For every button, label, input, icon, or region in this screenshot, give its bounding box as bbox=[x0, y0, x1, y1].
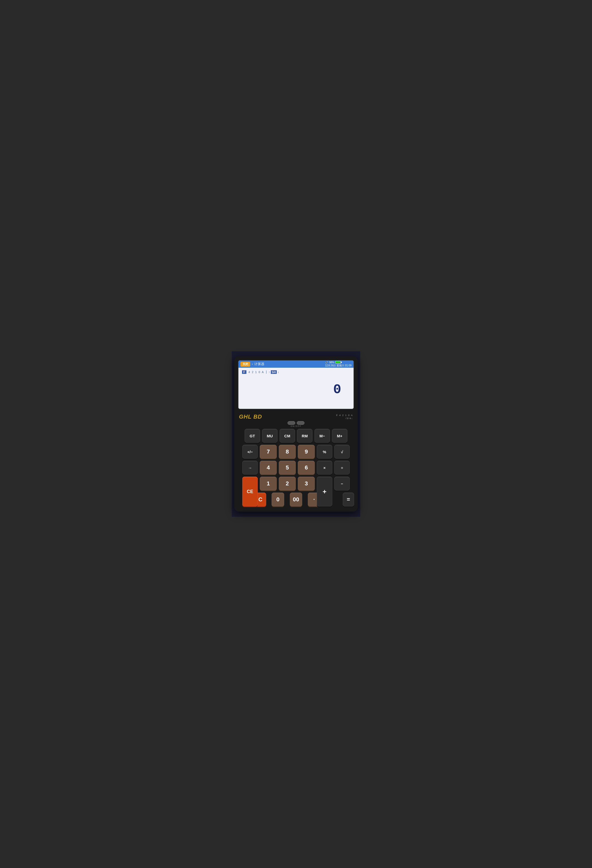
plus-button[interactable]: + bbox=[317, 477, 332, 506]
key-9[interactable]: 9 bbox=[298, 445, 315, 459]
percent-button[interactable]: % bbox=[317, 445, 332, 459]
scene: 关闭 › 计算器 🔊 98% 12月26日 星期六 01:09 bbox=[232, 351, 360, 517]
speaker-icon: 🔊 bbox=[325, 361, 328, 364]
key-7[interactable]: 7 bbox=[260, 445, 277, 459]
switch-left[interactable] bbox=[288, 421, 295, 425]
datetime: 12月26日 星期六 01:09 bbox=[325, 364, 351, 368]
chevron-icon: › bbox=[252, 362, 253, 366]
key-4[interactable]: 4 bbox=[260, 461, 277, 475]
calculator-body: 关闭 › 计算器 🔊 98% 12月26日 星期六 01:09 bbox=[234, 356, 358, 512]
gt-button[interactable]: GT bbox=[245, 429, 260, 443]
m-minus-button[interactable]: M− bbox=[314, 429, 330, 443]
battery-fill bbox=[335, 361, 340, 363]
screen-indicators: F 4 2 1 0 A ↑ 5/4 ↓ bbox=[242, 370, 350, 374]
key-row-3: → 4 5 6 × ÷ bbox=[238, 461, 354, 475]
key-1[interactable]: 1 bbox=[260, 477, 277, 490]
key-row-2: +/− 7 8 9 % √ bbox=[238, 445, 354, 459]
rm-button[interactable]: RM bbox=[297, 429, 313, 443]
app-title: 计算器 bbox=[254, 362, 264, 366]
ce-button[interactable]: CE bbox=[242, 477, 258, 506]
sqrt-button[interactable]: √ bbox=[334, 445, 350, 459]
display-area: 0 bbox=[242, 377, 350, 397]
down-arrow-icon: ↓ bbox=[278, 370, 279, 374]
key-row-1: GT MU CM RM M− M+ bbox=[238, 429, 354, 443]
minus-button[interactable]: − bbox=[334, 477, 350, 490]
keypad: GT MU CM RM M− M+ +/− 7 8 9 % √ → 4 5 bbox=[238, 429, 354, 506]
titlebar-right: 🔊 98% 12月26日 星期六 01:09 bbox=[325, 361, 351, 368]
multiply-button[interactable]: × bbox=[317, 461, 332, 475]
titlebar-left: 关闭 › 计算器 bbox=[241, 362, 264, 367]
brand-label: GHL BD bbox=[239, 413, 262, 420]
mode-row-2: ↑5/4↓ bbox=[345, 417, 353, 419]
m-plus-button[interactable]: M+ bbox=[332, 429, 347, 443]
divide-button[interactable]: ÷ bbox=[334, 461, 350, 475]
rounding-label: 5/4 bbox=[271, 370, 277, 374]
digit-display: 0 bbox=[242, 382, 342, 397]
key-3[interactable]: 3 bbox=[298, 477, 315, 490]
titlebar: 关闭 › 计算器 🔊 98% 12月26日 星期六 01:09 bbox=[238, 360, 354, 368]
sequence-indicator: 4 2 1 0 A bbox=[248, 371, 264, 373]
battery-bar bbox=[335, 361, 341, 363]
switch-label: ON/OFF bbox=[291, 425, 301, 427]
calculator-screen: 关闭 › 计算器 🔊 98% 12月26日 星期六 01:09 bbox=[238, 360, 354, 409]
f-indicator: F bbox=[242, 370, 247, 374]
up-arrow-icon: ↑ bbox=[269, 371, 270, 373]
key-8[interactable]: 8 bbox=[279, 445, 296, 459]
battery-percent: 98% bbox=[329, 361, 334, 364]
key-row-4: CE 1 2 3 + − bbox=[238, 477, 354, 506]
battery-info: 🔊 98% bbox=[325, 361, 351, 364]
mode-indicators: F 4 2 1 0 A ↑5/4↓ bbox=[336, 414, 353, 419]
brand-area: GHL BD F 4 2 1 0 A ↑5/4↓ bbox=[238, 412, 354, 421]
cm-button[interactable]: CM bbox=[279, 429, 295, 443]
rounding-indicator: ↑ 5/4 ↓ bbox=[269, 370, 279, 374]
screen-body: F 4 2 1 0 A ↑ 5/4 ↓ 0 bbox=[238, 368, 354, 409]
onoff-switch-area: ON/OFF bbox=[238, 421, 354, 425]
key-5[interactable]: 5 bbox=[279, 461, 296, 475]
key-6[interactable]: 6 bbox=[298, 461, 315, 475]
key-2[interactable]: 2 bbox=[279, 477, 296, 490]
switch-right[interactable] bbox=[297, 421, 304, 425]
plus-minus-button[interactable]: +/− bbox=[242, 445, 258, 459]
mu-button[interactable]: MU bbox=[262, 429, 278, 443]
mode-row-1: F 4 2 1 0 A bbox=[336, 414, 353, 416]
backspace-button[interactable]: → bbox=[242, 461, 258, 475]
close-button[interactable]: 关闭 bbox=[241, 362, 250, 367]
